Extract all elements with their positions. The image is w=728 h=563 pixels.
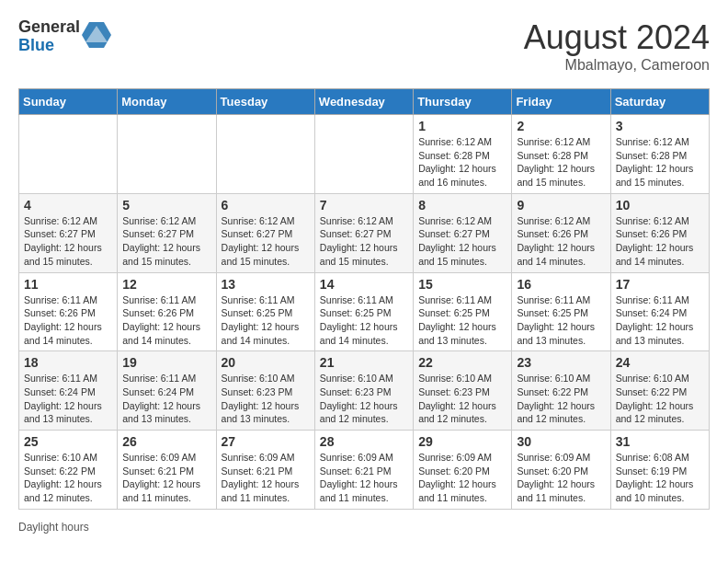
day-info: Sunrise: 6:12 AM Sunset: 6:27 PM Dayligh… — [122, 214, 210, 269]
calendar-week-row: 4Sunrise: 6:12 AM Sunset: 6:27 PM Daylig… — [19, 193, 710, 272]
day-info: Sunrise: 6:11 AM Sunset: 6:24 PM Dayligh… — [122, 372, 210, 426]
day-info: Sunrise: 6:10 AM Sunset: 6:22 PM Dayligh… — [24, 451, 112, 505]
day-number: 9 — [517, 198, 605, 213]
page-header: General Blue August 2024 Mbalmayo, Camer… — [18, 18, 710, 74]
calendar-cell: 26Sunrise: 6:09 AM Sunset: 6:21 PM Dayli… — [118, 431, 216, 510]
day-number: 20 — [222, 355, 310, 370]
day-info: Sunrise: 6:12 AM Sunset: 6:28 PM Dayligh… — [616, 135, 704, 190]
calendar-cell: 11Sunrise: 6:11 AM Sunset: 6:26 PM Dayli… — [19, 272, 118, 351]
day-info: Sunrise: 6:11 AM Sunset: 6:26 PM Dayligh… — [24, 293, 112, 348]
calendar-cell: 15Sunrise: 6:11 AM Sunset: 6:25 PM Dayli… — [414, 272, 512, 351]
day-info: Sunrise: 6:11 AM Sunset: 6:24 PM Dayligh… — [616, 293, 704, 348]
day-number: 26 — [122, 434, 210, 449]
day-info: Sunrise: 6:12 AM Sunset: 6:27 PM Dayligh… — [418, 214, 506, 269]
day-info: Sunrise: 6:09 AM Sunset: 6:20 PM Dayligh… — [418, 451, 506, 505]
day-info: Sunrise: 6:11 AM Sunset: 6:24 PM Dayligh… — [24, 372, 112, 426]
logo-icon — [82, 22, 111, 52]
calendar-cell: 23Sunrise: 6:10 AM Sunset: 6:22 PM Dayli… — [512, 351, 610, 431]
calendar-day-header: Sunday — [19, 89, 118, 115]
calendar-header-row: SundayMondayTuesdayWednesdayThursdayFrid… — [19, 89, 710, 115]
day-info: Sunrise: 6:12 AM Sunset: 6:27 PM Dayligh… — [222, 214, 310, 269]
calendar-cell: 25Sunrise: 6:10 AM Sunset: 6:22 PM Dayli… — [19, 431, 118, 510]
footer: Daylight hours — [18, 521, 710, 534]
day-info: Sunrise: 6:10 AM Sunset: 6:23 PM Dayligh… — [320, 372, 408, 426]
day-number: 2 — [517, 119, 605, 133]
day-number: 4 — [24, 198, 112, 213]
calendar-day-header: Saturday — [610, 89, 709, 115]
calendar-cell: 9Sunrise: 6:12 AM Sunset: 6:26 PM Daylig… — [512, 193, 610, 272]
day-info: Sunrise: 6:11 AM Sunset: 6:25 PM Dayligh… — [418, 293, 506, 348]
calendar-cell: 8Sunrise: 6:12 AM Sunset: 6:27 PM Daylig… — [414, 193, 512, 272]
month-year: August 2024 — [524, 18, 710, 57]
day-number: 6 — [222, 198, 310, 213]
title-block: August 2024 Mbalmayo, Cameroon — [524, 18, 710, 74]
day-number: 15 — [418, 277, 506, 292]
day-number: 12 — [122, 277, 210, 292]
day-info: Sunrise: 6:10 AM Sunset: 6:22 PM Dayligh… — [616, 372, 704, 426]
calendar-cell: 22Sunrise: 6:10 AM Sunset: 6:23 PM Dayli… — [414, 351, 512, 431]
logo-text: General Blue — [18, 18, 80, 55]
calendar-day-header: Tuesday — [216, 89, 314, 115]
logo: General Blue — [18, 18, 111, 55]
day-number: 23 — [517, 355, 605, 370]
calendar-week-row: 25Sunrise: 6:10 AM Sunset: 6:22 PM Dayli… — [19, 431, 710, 510]
day-info: Sunrise: 6:11 AM Sunset: 6:25 PM Dayligh… — [517, 293, 605, 348]
day-number: 7 — [320, 198, 408, 213]
logo-general: General — [18, 18, 80, 37]
day-number: 21 — [320, 355, 408, 370]
day-number: 28 — [320, 434, 408, 449]
day-info: Sunrise: 6:09 AM Sunset: 6:21 PM Dayligh… — [222, 451, 310, 505]
calendar-cell: 24Sunrise: 6:10 AM Sunset: 6:22 PM Dayli… — [610, 351, 709, 431]
calendar-cell: 1Sunrise: 6:12 AM Sunset: 6:28 PM Daylig… — [414, 115, 512, 194]
calendar-cell: 7Sunrise: 6:12 AM Sunset: 6:27 PM Daylig… — [314, 193, 413, 272]
calendar-cell: 20Sunrise: 6:10 AM Sunset: 6:23 PM Dayli… — [216, 351, 314, 431]
calendar-cell — [118, 115, 216, 194]
day-info: Sunrise: 6:12 AM Sunset: 6:27 PM Dayligh… — [24, 214, 112, 269]
day-number: 16 — [517, 277, 605, 292]
calendar-cell: 16Sunrise: 6:11 AM Sunset: 6:25 PM Dayli… — [512, 272, 610, 351]
calendar-cell: 10Sunrise: 6:12 AM Sunset: 6:26 PM Dayli… — [610, 193, 709, 272]
day-number: 1 — [418, 119, 506, 133]
calendar-day-header: Monday — [118, 89, 216, 115]
calendar-day-header: Wednesday — [314, 89, 413, 115]
day-info: Sunrise: 6:09 AM Sunset: 6:20 PM Dayligh… — [517, 451, 605, 505]
calendar-cell: 14Sunrise: 6:11 AM Sunset: 6:25 PM Dayli… — [314, 272, 413, 351]
calendar-cell: 12Sunrise: 6:11 AM Sunset: 6:26 PM Dayli… — [118, 272, 216, 351]
day-info: Sunrise: 6:10 AM Sunset: 6:23 PM Dayligh… — [222, 372, 310, 426]
day-number: 31 — [616, 434, 704, 449]
logo-blue: Blue — [18, 37, 80, 55]
calendar-cell: 27Sunrise: 6:09 AM Sunset: 6:21 PM Dayli… — [216, 431, 314, 510]
calendar-cell: 4Sunrise: 6:12 AM Sunset: 6:27 PM Daylig… — [19, 193, 118, 272]
day-number: 19 — [122, 355, 210, 370]
day-info: Sunrise: 6:12 AM Sunset: 6:28 PM Dayligh… — [418, 135, 506, 190]
calendar-week-row: 1Sunrise: 6:12 AM Sunset: 6:28 PM Daylig… — [19, 115, 710, 194]
day-info: Sunrise: 6:08 AM Sunset: 6:19 PM Dayligh… — [616, 451, 704, 505]
calendar-cell: 29Sunrise: 6:09 AM Sunset: 6:20 PM Dayli… — [414, 431, 512, 510]
day-number: 29 — [418, 434, 506, 449]
calendar-cell: 18Sunrise: 6:11 AM Sunset: 6:24 PM Dayli… — [19, 351, 118, 431]
calendar-cell — [19, 115, 118, 194]
day-info: Sunrise: 6:11 AM Sunset: 6:25 PM Dayligh… — [320, 293, 408, 348]
day-number: 3 — [616, 119, 704, 133]
calendar-cell: 31Sunrise: 6:08 AM Sunset: 6:19 PM Dayli… — [610, 431, 709, 510]
day-number: 10 — [616, 198, 704, 213]
day-number: 27 — [222, 434, 310, 449]
calendar-day-header: Friday — [512, 89, 610, 115]
day-number: 22 — [418, 355, 506, 370]
day-number: 11 — [24, 277, 112, 292]
day-info: Sunrise: 6:12 AM Sunset: 6:28 PM Dayligh… — [517, 135, 605, 190]
calendar-cell: 21Sunrise: 6:10 AM Sunset: 6:23 PM Dayli… — [314, 351, 413, 431]
day-info: Sunrise: 6:09 AM Sunset: 6:21 PM Dayligh… — [122, 451, 210, 505]
calendar-cell: 2Sunrise: 6:12 AM Sunset: 6:28 PM Daylig… — [512, 115, 610, 194]
day-number: 13 — [222, 277, 310, 292]
calendar-cell: 13Sunrise: 6:11 AM Sunset: 6:25 PM Dayli… — [216, 272, 314, 351]
day-number: 24 — [616, 355, 704, 370]
day-number: 30 — [517, 434, 605, 449]
calendar-cell: 30Sunrise: 6:09 AM Sunset: 6:20 PM Dayli… — [512, 431, 610, 510]
day-number: 17 — [616, 277, 704, 292]
day-number: 14 — [320, 277, 408, 292]
calendar-week-row: 18Sunrise: 6:11 AM Sunset: 6:24 PM Dayli… — [19, 351, 710, 431]
day-info: Sunrise: 6:11 AM Sunset: 6:26 PM Dayligh… — [122, 293, 210, 348]
calendar-cell: 28Sunrise: 6:09 AM Sunset: 6:21 PM Dayli… — [314, 431, 413, 510]
daylight-label: Daylight hours — [18, 521, 89, 534]
